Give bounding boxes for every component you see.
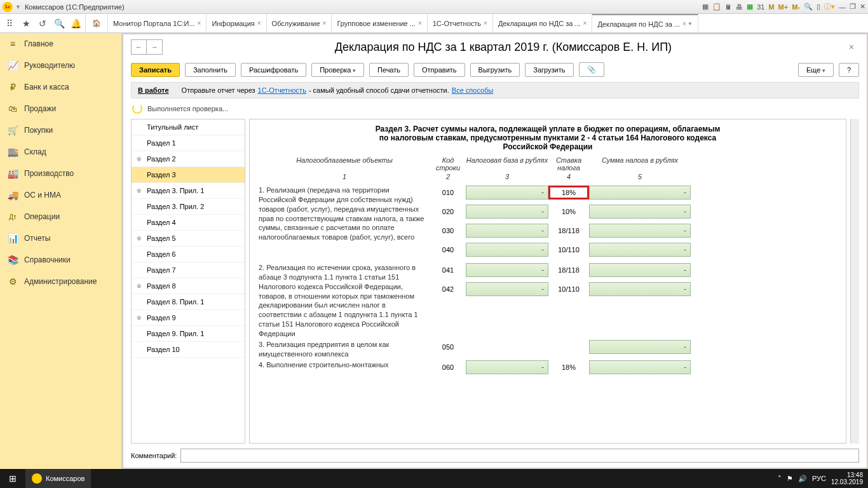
chevron-down-icon[interactable]: ▼ [688,21,693,27]
tax-base-cell[interactable] [466,243,548,257]
tray-lang[interactable]: РУС [812,475,826,482]
sidebar-item-purchases[interactable]: 🛒Покупки [0,119,121,141]
section-item[interactable]: Раздел 8. Прил. 1 [132,294,245,310]
tray-icon[interactable]: ⚑ [787,475,793,483]
maximize-icon[interactable]: ❐ [850,3,856,11]
section-item[interactable]: Раздел 4 [132,215,245,231]
sidebar-item-admin[interactable]: ⚙Администрирование [0,271,121,292]
close-icon[interactable]: × [484,20,487,27]
toolbar-icon[interactable]: 🔍 [804,3,813,11]
attach-button[interactable]: 📎 [579,62,604,77]
toolbar-icon[interactable]: ▯ [817,3,820,11]
tab[interactable]: Групповое изменение ...× [332,14,427,32]
tab[interactable]: Информация× [207,14,266,32]
chevron-down-icon[interactable]: ▼ [15,4,21,10]
tax-base-cell[interactable] [466,205,548,219]
tax-sum-cell[interactable] [589,186,691,200]
section-item[interactable]: Раздел 3. Прил. 1 [132,183,245,199]
section-item[interactable]: Раздел 3 [132,167,245,183]
apps-icon[interactable]: ⠿ [4,18,15,29]
tray-up-icon[interactable]: ˄ [778,475,782,483]
sidebar-item-main[interactable]: ≡Главное [0,33,121,55]
close-icon[interactable]: × [583,20,587,27]
tab[interactable]: 1С-Отчетность× [428,14,493,32]
comment-input[interactable] [180,449,859,463]
sidebar-item-operations[interactable]: ДтОперации [0,206,121,227]
task-item[interactable]: Комиссаров [25,469,91,488]
tab[interactable]: Монитор Портала 1С:И...× [108,14,207,32]
tax-sum-cell[interactable] [589,360,691,374]
send-button[interactable]: Отправить [414,63,465,77]
section-item[interactable]: Раздел 9. Прил. 1 [132,326,245,342]
m-icon[interactable]: M [768,3,774,11]
save-button[interactable]: Записать [131,63,180,77]
help-button[interactable]: ? [839,63,859,77]
tax-base-cell[interactable] [466,186,548,200]
print-button[interactable]: Печать [369,63,409,77]
home-tab[interactable]: 🏠 [86,14,108,32]
close-icon[interactable]: × [418,20,422,27]
decode-button[interactable]: Расшифровать [241,63,306,77]
link-all-methods[interactable]: Все способы [452,86,494,94]
close-page-icon[interactable]: × [844,42,859,52]
section-item[interactable]: Раздел 1 [132,135,245,151]
tax-sum-cell[interactable] [589,340,691,354]
sidebar-item-warehouse[interactable]: 🏬Склад [0,141,121,163]
section-item[interactable]: Раздел 9 [132,310,245,326]
calendar-icon[interactable]: 31 [757,3,764,11]
close-icon[interactable]: × [198,20,201,27]
m-minus-icon[interactable]: M- [792,3,800,11]
close-icon[interactable]: × [682,20,686,27]
history-icon[interactable]: ↺ [37,18,48,29]
section-item[interactable]: Раздел 2 [132,151,245,167]
import-button[interactable]: Загрузить [525,63,573,77]
back-button[interactable]: ← [132,40,147,54]
close-icon[interactable]: ✕ [860,3,865,11]
sidebar-item-assets[interactable]: 🚚ОС и НМА [0,184,121,206]
minimize-icon[interactable]: — [839,3,846,11]
export-button[interactable]: Выгрузить [470,63,520,77]
tax-base-cell[interactable] [466,263,548,277]
tax-base-cell[interactable] [466,224,548,238]
tax-sum-cell[interactable] [589,282,691,296]
sidebar-item-reports[interactable]: 📊Отчеты [0,227,121,249]
start-button[interactable]: ⊞ [0,469,25,488]
tab[interactable]: Декларация по НДС за ...×▼ [592,14,698,32]
tray-icon[interactable]: 🔊 [798,475,807,483]
toolbar-icon[interactable]: 🖩 [725,3,732,11]
tab[interactable]: Обслуживание× [267,14,332,32]
sidebar-item-directories[interactable]: 📚Справочники [0,249,121,271]
more-button[interactable]: Еще [798,63,834,77]
section-item[interactable]: Раздел 6 [132,247,245,262]
tab[interactable]: Декларация по НДС за ...× [493,14,593,32]
close-icon[interactable]: × [323,20,327,27]
calendar-icon[interactable]: ▦ [747,3,753,11]
m-plus-icon[interactable]: M+ [778,3,789,11]
section-item[interactable]: Раздел 7 [132,262,245,278]
tax-sum-cell[interactable] [589,263,691,277]
section-item[interactable]: Раздел 10 [132,342,245,358]
forward-button[interactable]: → [147,40,162,54]
tax-sum-cell[interactable] [589,205,691,219]
star-icon[interactable]: ★ [20,18,32,29]
search-icon[interactable]: 🔍 [53,18,65,29]
sidebar-item-sales[interactable]: 🛍Продажи [0,98,121,119]
link-1c-reporting[interactable]: 1С-Отчетность [258,86,306,94]
toolbar-icon[interactable]: ▦ [702,3,709,11]
section-item[interactable]: Раздел 8 [132,278,245,294]
section-item[interactable]: Титульный лист [132,119,245,135]
sidebar-item-manager[interactable]: 📈Руководителю [0,55,121,76]
tax-base-cell[interactable] [466,360,548,374]
sidebar-item-bank[interactable]: ₽Банк и касса [0,76,121,98]
status-label[interactable]: В работе [138,86,169,94]
tax-sum-cell[interactable] [589,243,691,257]
toolbar-icon[interactable]: 🖶 [736,3,743,11]
fill-button[interactable]: Заполнить [185,63,236,77]
bell-icon[interactable]: 🔔 [70,18,81,29]
tax-base-cell[interactable] [466,282,548,296]
info-icon[interactable]: ⓘ▾ [824,2,835,11]
section-item[interactable]: Раздел 5 [132,231,245,247]
sidebar-item-production[interactable]: 🏭Производство [0,163,121,184]
toolbar-icon[interactable]: 📋 [712,3,721,11]
section-item[interactable]: Раздел 3. Прил. 2 [132,199,245,215]
